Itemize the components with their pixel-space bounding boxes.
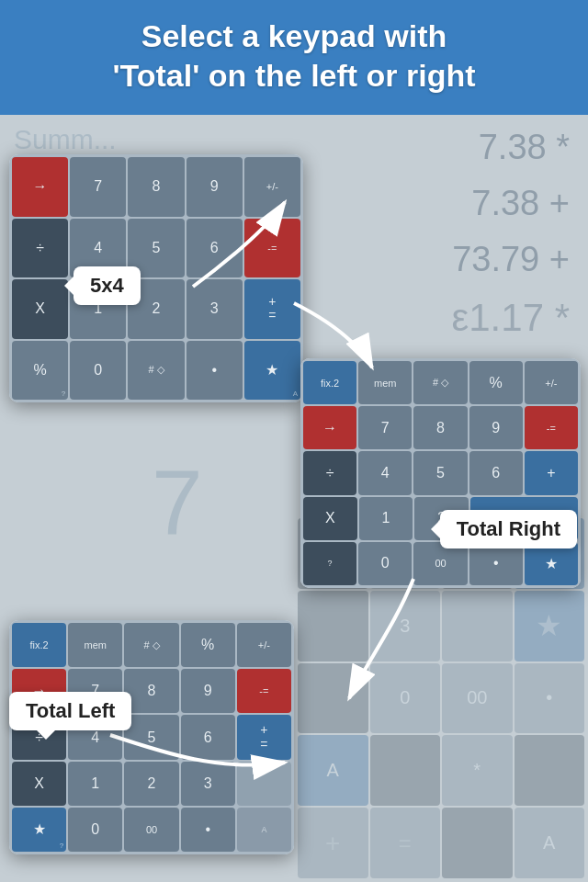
bl-key-9[interactable]: 9 xyxy=(181,669,235,713)
key-star[interactable]: ★A xyxy=(244,341,300,401)
r-key-7[interactable]: 7 xyxy=(358,406,412,449)
bl-key-plusminus[interactable]: +/- xyxy=(237,623,291,667)
bg-summ-label: Summ... xyxy=(14,124,117,155)
key-row-4: %? 0 # ◇ • ★A xyxy=(12,341,300,401)
r-key-mem[interactable]: mem xyxy=(358,361,412,404)
key-minuseq[interactable]: -= xyxy=(244,219,300,278)
bl-row-5: ★? 0 00 • A xyxy=(12,808,291,852)
key-3[interactable]: 3 xyxy=(187,279,243,339)
r-row-1: fix.2 mem # ◇ % +/- xyxy=(303,361,578,404)
bl-key-mul[interactable]: X xyxy=(12,762,66,806)
bl-key-6[interactable]: 6 xyxy=(181,715,235,759)
key-percent[interactable]: %? xyxy=(12,341,68,401)
key-pluseq[interactable]: += xyxy=(244,279,300,339)
key-8[interactable]: 8 xyxy=(128,157,184,217)
bl-key-empty xyxy=(237,762,291,806)
key-div[interactable]: ÷ xyxy=(12,219,68,278)
bl-key-pluseq[interactable]: += xyxy=(237,715,291,759)
r-key-arrow[interactable]: → xyxy=(303,406,356,449)
bl-key-pct[interactable]: % xyxy=(181,623,235,667)
key-row-1: → 7 8 9 +/- xyxy=(12,157,300,217)
header-title: Select a keypad with 'Total' on the left… xyxy=(22,17,566,95)
bl-row-4: X 1 2 3 xyxy=(12,762,291,806)
r-key-1[interactable]: 1 xyxy=(359,497,413,540)
badge-total-left: Total Left xyxy=(9,692,131,730)
r-key-5[interactable]: 5 xyxy=(413,451,467,494)
right-keypad-panel: fix.2 mem # ◇ % +/- → 7 8 9 -= ÷ 4 5 6 +… xyxy=(300,358,581,588)
bl-key-5[interactable]: 5 xyxy=(124,715,178,759)
badge-total-right: Total Right xyxy=(440,510,577,548)
bl-key-hash[interactable]: # ◇ xyxy=(124,623,178,667)
key-0[interactable]: 0 xyxy=(70,341,126,401)
r-key-9[interactable]: 9 xyxy=(469,406,523,449)
bl-key-0[interactable]: 0 xyxy=(68,808,122,852)
bl-key-fix2[interactable]: fix.2 xyxy=(12,623,66,667)
top-keypad: → 7 8 9 +/- ÷ 4 5 6 -= X 1 2 3 += %? 0 #… xyxy=(9,154,303,402)
key-6[interactable]: 6 xyxy=(187,219,243,278)
bl-key-minuseq[interactable]: -= xyxy=(237,669,291,713)
r-key-minuseq[interactable]: -= xyxy=(525,406,578,449)
key-hash[interactable]: # ◇ xyxy=(128,341,184,401)
bl-key-2[interactable]: 2 xyxy=(124,762,178,806)
bl-key-3[interactable]: 3 xyxy=(181,762,235,806)
key-7[interactable]: 7 xyxy=(70,157,126,217)
key-arrow[interactable]: → xyxy=(12,157,68,217)
r-key-mul[interactable]: X xyxy=(303,497,357,540)
r-key-q[interactable]: ? xyxy=(303,542,356,585)
key-plusminus[interactable]: +/- xyxy=(244,157,300,217)
r-key-hash[interactable]: # ◇ xyxy=(413,361,467,404)
r-key-4[interactable]: 4 xyxy=(358,451,412,494)
badge-5x4: 5x4 xyxy=(74,266,141,305)
right-keypad: fix.2 mem # ◇ % +/- → 7 8 9 -= ÷ 4 5 6 +… xyxy=(300,358,581,588)
bg-numbers: 7.38 * 7.38 + 73.79 + ε1.17 * xyxy=(452,119,570,349)
bg-7-label: 7 xyxy=(152,450,203,556)
r-row-2: → 7 8 9 -= xyxy=(303,406,578,449)
r-key-8[interactable]: 8 xyxy=(413,406,467,449)
bl-key-dot[interactable]: • xyxy=(181,808,235,852)
bl-key-mem[interactable]: mem xyxy=(68,623,122,667)
r-key-fix2[interactable]: fix.2 xyxy=(303,361,356,404)
r-row-3: ÷ 4 5 6 + xyxy=(303,451,578,494)
r-key-plus[interactable]: + xyxy=(525,451,578,494)
bl-key-a: A xyxy=(237,808,291,852)
header: Select a keypad with 'Total' on the left… xyxy=(0,0,588,115)
bl-key-1[interactable]: 1 xyxy=(68,762,122,806)
r-key-plusminus[interactable]: +/- xyxy=(525,361,578,404)
top-keypad-panel: → 7 8 9 +/- ÷ 4 5 6 -= X 1 2 3 += %? 0 #… xyxy=(9,154,303,402)
r-key-6[interactable]: 6 xyxy=(469,451,523,494)
bl-key-star[interactable]: ★? xyxy=(12,808,66,852)
bl-row-1: fix.2 mem # ◇ % +/- xyxy=(12,623,291,667)
bl-key-8[interactable]: 8 xyxy=(124,669,178,713)
r-key-pct[interactable]: % xyxy=(469,361,523,404)
key-dot[interactable]: • xyxy=(187,341,243,401)
key-row-2: ÷ 4 5 6 -= xyxy=(12,219,300,278)
r-key-div[interactable]: ÷ xyxy=(303,451,356,494)
r-key-0[interactable]: 0 xyxy=(358,542,412,585)
key-9[interactable]: 9 xyxy=(187,157,243,217)
bl-key-00[interactable]: 00 xyxy=(124,808,178,852)
